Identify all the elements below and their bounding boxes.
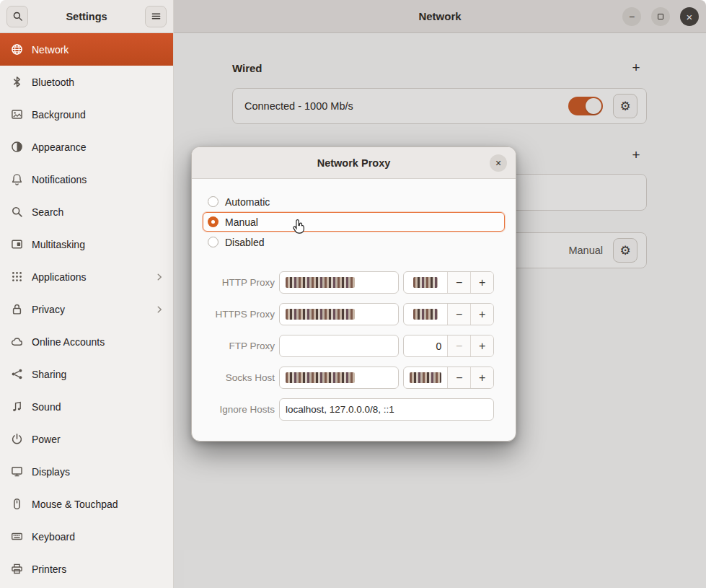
displays-icon	[11, 465, 23, 478]
search-icon	[11, 206, 23, 218]
radio-unchecked-icon	[208, 237, 219, 247]
sidebar-item-background[interactable]: Background	[0, 98, 173, 131]
https-proxy-input[interactable]	[279, 303, 399, 325]
increment-button[interactable]: +	[470, 335, 493, 356]
sidebar-item-appearance[interactable]: Appearance	[0, 131, 173, 163]
sidebar-item-sharing[interactable]: Sharing	[0, 358, 173, 390]
dialog-close-button[interactable]: ×	[490, 154, 507, 172]
proxy-method-manual[interactable]: Manual	[203, 212, 505, 232]
radio-label: Automatic	[225, 196, 270, 208]
power-icon	[11, 433, 23, 445]
background-icon	[11, 108, 23, 120]
sidebar-item-sound[interactable]: Sound	[0, 390, 173, 423]
sidebar-item-displays[interactable]: Displays	[0, 455, 173, 488]
proxy-method-disabled[interactable]: Disabled	[203, 232, 505, 252]
minimize-icon: −	[629, 11, 635, 22]
sidebar-item-multitasking[interactable]: Multitasking	[0, 228, 173, 260]
maximize-button[interactable]	[651, 7, 670, 26]
radio-checked-icon	[208, 216, 219, 227]
sidebar-item-applications[interactable]: Applications	[0, 260, 173, 293]
chevron-right-icon	[154, 304, 164, 315]
sidebar-item-privacy[interactable]: Privacy	[0, 293, 173, 325]
increment-button[interactable]: +	[470, 367, 493, 388]
sidebar-item-label: Online Accounts	[32, 336, 105, 348]
port-value[interactable]	[404, 272, 447, 293]
wired-toggle-switch[interactable]	[568, 97, 603, 115]
menu-button[interactable]	[145, 6, 167, 27]
radio-label: Manual	[225, 216, 258, 228]
main-header: Network − ×	[174, 0, 706, 33]
sidebar-list: NetworkBluetoothBackgroundAppearanceNoti…	[0, 33, 173, 588]
field-row-http-proxy: HTTP Proxy−+	[192, 271, 494, 294]
settings-window: Settings NetworkBluetoothBackgroundAppea…	[0, 0, 706, 588]
add-vpn-button[interactable]: +	[627, 146, 645, 164]
wired-settings-button[interactable]: ⚙	[613, 94, 637, 118]
cursor-pointer-icon	[290, 218, 306, 237]
appearance-icon	[11, 141, 23, 153]
chevron-right-icon	[154, 272, 164, 282]
decrement-button[interactable]: −	[447, 304, 470, 325]
notifications-icon	[11, 173, 23, 185]
port-value[interactable]	[404, 367, 447, 388]
sidebar-item-label: Bluetooth	[32, 76, 74, 88]
radio-unchecked-icon	[208, 196, 219, 207]
sidebar-item-printers[interactable]: Printers	[0, 553, 173, 585]
dialog-header: Network Proxy ×	[192, 147, 516, 179]
sidebar-item-label: Displays	[32, 466, 70, 478]
close-icon: ×	[495, 157, 501, 169]
decrement-button[interactable]: −	[447, 367, 470, 388]
socks-host-input[interactable]	[279, 367, 399, 389]
add-wired-connection-button[interactable]: +	[627, 59, 645, 76]
online-accounts-icon	[11, 335, 23, 348]
sidebar-item-label: Power	[32, 434, 61, 445]
port-value[interactable]	[404, 304, 447, 325]
sidebar-header: Settings	[0, 0, 173, 33]
sidebar-item-label: Notifications	[32, 174, 87, 185]
close-button[interactable]: ×	[680, 7, 699, 26]
gear-icon: ⚙	[619, 99, 630, 114]
sidebar-item-network[interactable]: Network	[0, 33, 173, 66]
ftp-proxy-input[interactable]	[279, 335, 399, 357]
sidebar-item-label: Keyboard	[32, 531, 75, 543]
sidebar-item-label: Sound	[32, 401, 61, 413]
sidebar-item-label: Privacy	[32, 304, 65, 315]
port-value[interactable]: 0	[404, 335, 447, 356]
ignore-hosts-input[interactable]: localhost, 127.0.0.0/8, ::1	[279, 398, 494, 421]
mouse-icon	[11, 498, 23, 510]
sidebar-item-bluetooth[interactable]: Bluetooth	[0, 66, 173, 98]
privacy-icon	[11, 303, 23, 315]
redacted-text	[410, 372, 441, 383]
minimize-button[interactable]: −	[622, 7, 641, 26]
field-label: HTTPS Proxy	[192, 309, 275, 320]
applications-icon	[11, 271, 23, 283]
sidebar-item-search[interactable]: Search	[0, 196, 173, 228]
sidebar-item-online-accounts[interactable]: Online Accounts	[0, 325, 173, 358]
increment-button[interactable]: +	[470, 304, 493, 325]
sidebar-item-power[interactable]: Power	[0, 423, 173, 455]
hamburger-menu-icon	[151, 11, 162, 22]
network-proxy-dialog: Network Proxy × AutomaticManualDisabled …	[191, 146, 516, 442]
http-proxy-input[interactable]	[279, 271, 399, 294]
sidebar-item-notifications[interactable]: Notifications	[0, 163, 173, 196]
proxy-method-automatic[interactable]: Automatic	[203, 192, 505, 211]
decrement-button[interactable]: −	[447, 272, 470, 293]
https-proxy-port-spinbutton: −+	[403, 303, 494, 325]
bluetooth-icon	[11, 76, 23, 88]
sidebar-item-mouse-touchpad[interactable]: Mouse & Touchpad	[0, 488, 173, 520]
sidebar-item-label: Multitasking	[32, 239, 85, 250]
redacted-text	[286, 277, 355, 288]
window-controls: − ×	[622, 0, 699, 33]
sidebar-item-keyboard[interactable]: Keyboard	[0, 520, 173, 553]
search-button[interactable]	[6, 6, 28, 27]
keyboard-icon	[11, 530, 23, 543]
redacted-text	[413, 309, 438, 320]
increment-button[interactable]: +	[470, 272, 493, 293]
close-icon: ×	[687, 11, 693, 23]
decrement-button[interactable]: −	[447, 335, 470, 356]
sidebar-item-label: Mouse & Touchpad	[32, 499, 118, 510]
redacted-text	[286, 309, 355, 320]
proxy-settings-button[interactable]: ⚙	[613, 238, 637, 263]
wired-connection-row: Connected - 1000 Mb/s ⚙	[232, 88, 647, 124]
app-title: Settings	[28, 11, 145, 22]
sidebar-item-label: Appearance	[32, 141, 87, 153]
